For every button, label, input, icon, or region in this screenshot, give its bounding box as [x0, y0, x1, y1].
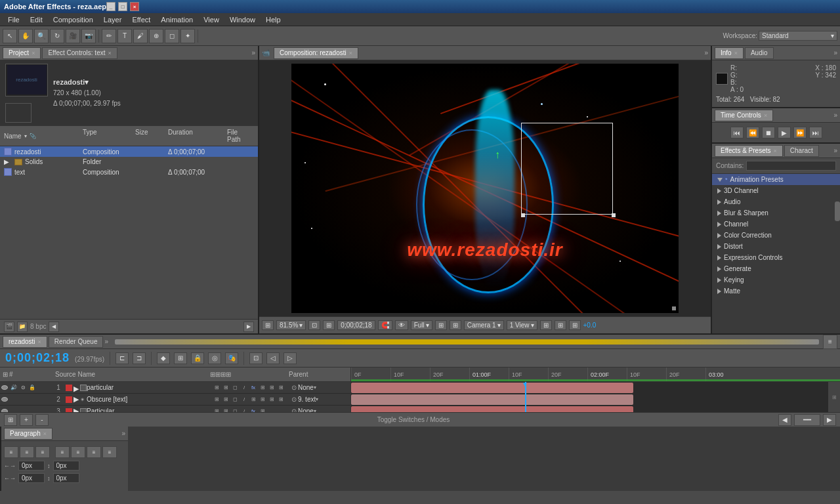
go-prev-btn[interactable]: ⏪: [746, 127, 759, 138]
close-button[interactable]: ×: [130, 2, 139, 11]
effects-item-blur-sharpen[interactable]: Blur & Sharpen: [712, 207, 840, 219]
layer-visibility-2[interactable]: [0, 395, 9, 404]
menu-file[interactable]: File: [3, 14, 25, 25]
go-next-btn[interactable]: ⏩: [793, 127, 807, 138]
effects-item-keying[interactable]: Keying: [712, 274, 840, 285]
effects-item-channel[interactable]: Channel: [712, 219, 840, 230]
view-dropdown[interactable]: 1 View ▾: [507, 320, 537, 330]
play-btn[interactable]: ▶: [778, 127, 791, 138]
tl-add-marker-btn[interactable]: ◆: [157, 352, 170, 364]
effects-item-color-correction[interactable]: Color Correction: [712, 230, 840, 241]
align-right-btn[interactable]: ≡: [35, 446, 50, 458]
layer-row-3[interactable]: 3 ▶ Particular ⊞ ⊞ ◻ /: [0, 406, 350, 412]
tl-nav-right[interactable]: ▶: [823, 414, 836, 426]
effects-item-matte[interactable]: Matte: [712, 285, 840, 297]
tab-effects-presets[interactable]: Effects & Presets ×: [715, 145, 783, 157]
tab-composition[interactable]: Composition: rezadosti ×: [274, 47, 358, 59]
effects-item-audio[interactable]: Audio: [712, 196, 840, 207]
go-start-btn[interactable]: ⏮: [730, 127, 744, 138]
timeline-expand[interactable]: »: [104, 338, 108, 345]
preview-btn[interactable]: 👁: [395, 320, 408, 330]
tl-zoom-bar[interactable]: ━━: [794, 414, 820, 426]
close-para-tab[interactable]: ×: [43, 430, 47, 437]
layer-row-2[interactable]: 2 ▶ ✴ Obscure [text] ⊞ ⊞ ◻ /: [0, 394, 350, 406]
tool-arrow[interactable]: ↖: [3, 29, 17, 43]
effects-item-expression-controls[interactable]: Expression Controls: [712, 252, 840, 263]
tl-snap-btn[interactable]: ⊞: [174, 352, 187, 364]
indent-right-input[interactable]: [18, 473, 45, 483]
tl-add-btn[interactable]: +: [20, 414, 33, 426]
panel-expand-icon[interactable]: »: [251, 49, 255, 56]
align-center-btn[interactable]: ≡: [20, 446, 34, 458]
effects-search-input[interactable]: [746, 161, 836, 171]
quality-dropdown[interactable]: Full ▾: [411, 320, 432, 330]
tl-cache-btn[interactable]: ◁: [266, 352, 280, 364]
menu-window[interactable]: Window: [224, 14, 261, 25]
align-justify-left-btn[interactable]: ≡: [55, 446, 70, 458]
effects-item-animation-presets[interactable]: * Animation Presets: [712, 174, 840, 185]
tool-hand[interactable]: ✋: [18, 29, 33, 43]
tool-rotate[interactable]: ↻: [50, 29, 64, 43]
layer-checkbox-1[interactable]: [80, 385, 87, 391]
snap-btn[interactable]: 🧲: [378, 320, 392, 330]
menu-view[interactable]: View: [198, 14, 224, 25]
tab-project[interactable]: Project ×: [3, 47, 41, 59]
tab-paragraph[interactable]: Paragraph ×: [4, 428, 52, 440]
menu-layer[interactable]: Layer: [98, 14, 127, 25]
info-expand[interactable]: »: [833, 49, 837, 56]
timeline-timecode[interactable]: 0;00;02;18: [5, 351, 70, 365]
tab-info[interactable]: Info ×: [715, 47, 744, 59]
fit-btn[interactable]: ⊡: [308, 320, 320, 330]
render-btn[interactable]: ⊞: [540, 320, 552, 330]
table-row[interactable]: text Composition Δ 0;00;07;00: [0, 167, 258, 177]
layer-row-1[interactable]: 🔊 ⊙ 🔒 1 ▶ particular: [0, 382, 350, 394]
close-info-tab[interactable]: ×: [734, 50, 738, 56]
layer-visibility-1[interactable]: [0, 383, 9, 392]
align-justify-btn[interactable]: ≡: [102, 446, 117, 458]
layer-visibility-3[interactable]: [0, 407, 9, 413]
project-settings-btn[interactable]: ▶: [243, 322, 254, 332]
comp-panel-expand[interactable]: »: [704, 49, 708, 56]
tool-pen[interactable]: ✏: [102, 29, 116, 43]
effects-item-3d-channel[interactable]: 3D Channel: [712, 185, 840, 196]
close-effect-tab[interactable]: ×: [108, 50, 111, 56]
tool-clone[interactable]: ⊕: [149, 29, 163, 43]
tl-mode-btn[interactable]: ⊞: [4, 414, 17, 426]
table-row[interactable]: rezadosti Composition Δ 0;00;07;00: [0, 146, 258, 157]
menu-composition[interactable]: Composition: [48, 14, 98, 25]
tool-camera[interactable]: 🎥: [66, 29, 80, 43]
new-composition-btn[interactable]: 🎬: [4, 322, 14, 332]
tl-frame-btn[interactable]: ⊡: [249, 352, 262, 364]
effects-item-generate[interactable]: Generate: [712, 263, 840, 274]
tl-lift-btn[interactable]: ⊏: [116, 352, 129, 364]
export-btn[interactable]: ⊞: [555, 320, 566, 330]
tool-text[interactable]: T: [117, 29, 132, 43]
table-row[interactable]: ▶ Solids Folder: [0, 157, 258, 167]
close-time-tab[interactable]: ×: [764, 112, 767, 119]
space-before-input[interactable]: [53, 461, 79, 471]
minimize-button[interactable]: _: [106, 2, 116, 11]
transparency-btn[interactable]: ⊞: [435, 320, 447, 330]
tool-eraser[interactable]: ◻: [165, 29, 179, 43]
align-left-btn[interactable]: ≡: [4, 446, 18, 458]
menu-effect[interactable]: Effect: [127, 14, 156, 25]
tl-subtract-btn[interactable]: -: [35, 414, 49, 426]
tab-character[interactable]: Charact: [784, 145, 819, 157]
tool-zoom[interactable]: 🔍: [34, 29, 49, 43]
close-timeline-tab[interactable]: ×: [38, 339, 41, 345]
effects-expand[interactable]: »: [833, 147, 837, 154]
tab-render-queue[interactable]: Render Queue: [49, 336, 104, 348]
info-btn[interactable]: ⊞: [569, 320, 581, 330]
time-expand[interactable]: »: [833, 112, 837, 119]
close-project-tab[interactable]: ×: [32, 50, 35, 56]
tl-shy-btn[interactable]: 🎭: [225, 352, 238, 364]
close-comp-tab[interactable]: ×: [349, 50, 352, 56]
tl-lock-btn[interactable]: 🔒: [191, 352, 204, 364]
workspace-dropdown[interactable]: Standard ▾: [759, 31, 837, 41]
tool-camera2[interactable]: 📷: [81, 29, 96, 43]
zoom-to-fit-btn[interactable]: ⊞: [262, 320, 274, 330]
tool-puppet[interactable]: ✦: [180, 29, 195, 43]
color-depth-btn[interactable]: ◀: [49, 322, 59, 332]
new-folder-btn[interactable]: 📁: [17, 322, 28, 332]
menu-edit[interactable]: Edit: [25, 14, 48, 25]
